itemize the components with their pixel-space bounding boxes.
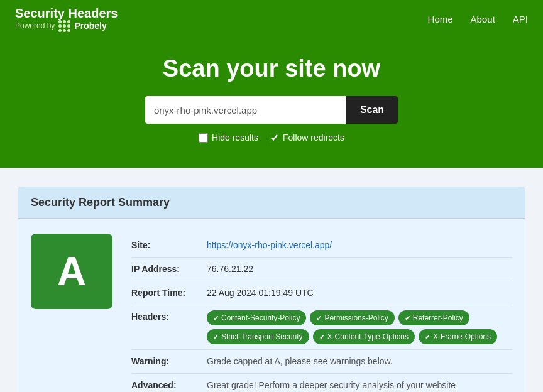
advanced-row: Advanced: Great grade! Perform a deeper … <box>131 374 512 392</box>
main-content: Security Report Summary A Site: https://… <box>8 187 535 392</box>
report-body: A Site: https://onyx-rho-pink.vercel.app… <box>18 219 525 392</box>
badge-csp-label: Content-Security-Policy <box>221 312 300 324</box>
probely-name: Probely <box>74 21 106 31</box>
scan-button[interactable]: Scan <box>346 96 398 124</box>
warning-row: Warning: Grade capped at A, please see w… <box>131 350 512 374</box>
hide-results-text: Hide results <box>212 133 258 143</box>
follow-redirects-label[interactable]: Follow redirects <box>270 133 344 143</box>
follow-redirects-checkbox[interactable] <box>270 133 279 143</box>
powered-by-text: Powered by <box>15 21 55 30</box>
nav-api-link[interactable]: API <box>513 14 528 24</box>
headers-value: ✔ Content-Security-Policy ✔ Permissions-… <box>207 310 512 344</box>
advanced-content: Great grade! Perform a deeper security a… <box>207 379 512 392</box>
warning-value: Grade capped at A, please see warnings b… <box>207 355 512 368</box>
report-time-label: Report Time: <box>131 286 207 298</box>
nav-home-link[interactable]: Home <box>428 14 453 24</box>
site-label: Site: <box>131 239 207 250</box>
badge-referrer-label: Referrer-Policy <box>413 312 463 324</box>
check-icon: ✔ <box>425 332 431 342</box>
headers-label: Headers: <box>131 310 207 322</box>
scan-options: Hide results Follow redirects <box>13 133 530 143</box>
follow-redirects-text: Follow redirects <box>283 133 344 143</box>
check-icon: ✔ <box>213 313 219 324</box>
badge-xfo-label: X-Frame-Options <box>433 331 491 342</box>
probely-logo-dots <box>58 20 70 32</box>
check-icon: ✔ <box>319 332 325 342</box>
badge-referrer: ✔ Referrer-Policy <box>398 310 469 325</box>
badge-xcto-label: X-Content-Type-Options <box>327 331 409 342</box>
check-icon: ✔ <box>316 313 322 324</box>
scan-form: Scan <box>13 96 530 124</box>
badge-permissions: ✔ Permissions-Policy <box>310 310 394 325</box>
url-input[interactable] <box>145 96 346 124</box>
site-value: https://onyx-rho-pink.vercel.app/ <box>207 239 512 252</box>
powered-by: Powered by Probely <box>15 20 118 32</box>
report-table: Site: https://onyx-rho-pink.vercel.app/ … <box>131 234 512 392</box>
badge-xcto: ✔ X-Content-Type-Options <box>313 329 415 344</box>
site-row: Site: https://onyx-rho-pink.vercel.app/ <box>131 234 512 258</box>
nav-links: Home About API <box>428 14 528 24</box>
navbar: Security Headers Powered by Probely Home… <box>0 0 543 38</box>
advanced-text: Great grade! Perform a deeper security a… <box>207 379 471 392</box>
badge-csp: ✔ Content-Security-Policy <box>207 310 306 325</box>
warning-label: Warning: <box>131 355 207 366</box>
check-icon: ✔ <box>405 313 410 324</box>
ip-row: IP Address: 76.76.21.22 <box>131 258 512 281</box>
header-badges: ✔ Content-Security-Policy ✔ Permissions-… <box>207 310 512 344</box>
hero-title: Scan your site now <box>13 55 530 82</box>
headers-row: Headers: ✔ Content-Security-Policy ✔ Per… <box>131 305 512 350</box>
ip-label: IP Address: <box>131 263 207 274</box>
advanced-value: Great grade! Perform a deeper security a… <box>207 379 512 392</box>
advanced-label: Advanced: <box>131 379 207 390</box>
ip-value: 76.76.21.22 <box>207 263 512 276</box>
badge-sts: ✔ Strict-Transport-Security <box>207 329 309 344</box>
report-header: Security Report Summary <box>18 187 525 219</box>
badge-xfo: ✔ X-Frame-Options <box>419 329 497 344</box>
nav-about-link[interactable]: About <box>471 14 495 24</box>
brand: Security Headers Powered by Probely <box>15 6 118 32</box>
site-title: Security Headers <box>15 6 118 20</box>
site-link[interactable]: https://onyx-rho-pink.vercel.app/ <box>207 240 332 250</box>
check-icon: ✔ <box>213 332 219 342</box>
grade-letter: A <box>57 248 86 295</box>
report-card: Security Report Summary A Site: https://… <box>18 187 525 392</box>
badge-sts-label: Strict-Transport-Security <box>221 331 303 342</box>
hide-results-label[interactable]: Hide results <box>199 133 258 143</box>
hide-results-checkbox[interactable] <box>199 133 208 143</box>
hero-section: Scan your site now Scan Hide results Fol… <box>0 38 543 168</box>
grade-box: A <box>31 234 112 309</box>
report-time-value: 22 Aug 2024 01:19:49 UTC <box>207 286 512 300</box>
badge-permissions-label: Permissions-Policy <box>324 312 388 324</box>
report-time-row: Report Time: 22 Aug 2024 01:19:49 UTC <box>131 281 512 305</box>
